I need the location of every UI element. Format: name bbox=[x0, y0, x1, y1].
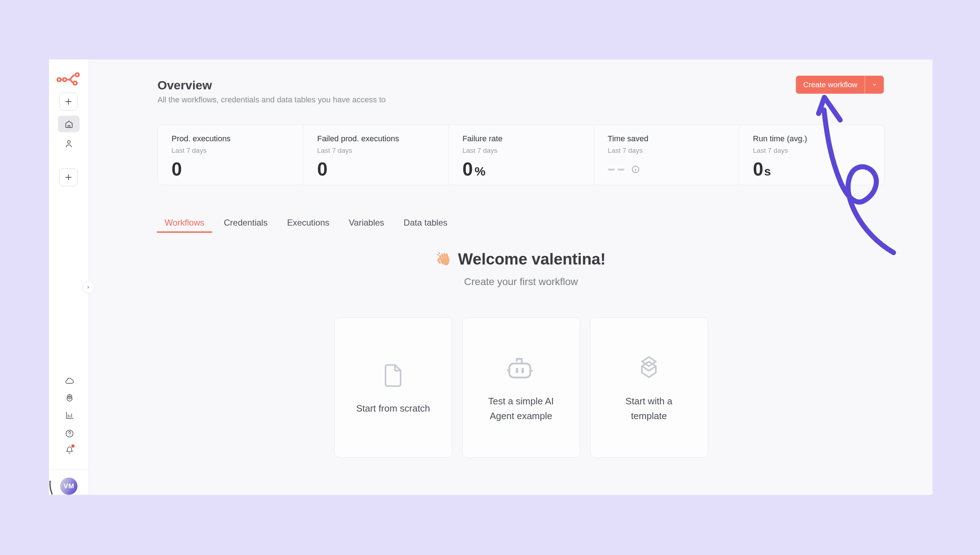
plus-icon bbox=[64, 97, 73, 106]
ai-agent-example-card[interactable]: Test a simple AI Agent example bbox=[462, 318, 580, 458]
sidebar-item-notifications[interactable] bbox=[64, 445, 75, 455]
stat-label: Failed prod. executions bbox=[317, 134, 448, 143]
start-with-template-card[interactable]: Start with a template bbox=[590, 318, 708, 458]
stat-run-time-avg: Run time (avg.) Last 7 days 0 s bbox=[739, 125, 884, 185]
sidebar-item-personal[interactable] bbox=[64, 139, 74, 149]
stat-number: 0 bbox=[753, 158, 764, 180]
app-window: VM Overview All the workflows, credentia… bbox=[49, 59, 932, 495]
robot-icon bbox=[506, 352, 536, 385]
stat-label: Failure rate bbox=[462, 134, 593, 143]
chevron-down-icon bbox=[871, 82, 878, 88]
create-workflow-split-button: Create workflow bbox=[796, 76, 884, 94]
stat-failure-rate: Failure rate Last 7 days 0 % bbox=[448, 125, 593, 185]
cloud-icon bbox=[64, 376, 75, 386]
bar-chart-icon bbox=[64, 411, 75, 420]
dash bbox=[618, 168, 625, 170]
stat-period: Last 7 days bbox=[462, 147, 593, 155]
chevron-right-icon bbox=[85, 284, 91, 290]
card-label: Test a simple AI Agent example bbox=[479, 394, 563, 423]
stat-period: Last 7 days bbox=[608, 147, 739, 155]
avatar-initials: VM bbox=[63, 482, 74, 490]
new-workflow-button[interactable] bbox=[59, 93, 77, 111]
home-icon bbox=[64, 119, 74, 129]
avatar[interactable]: VM bbox=[60, 478, 77, 495]
welcome-heading: Welcome valentina! bbox=[157, 250, 884, 268]
stat-failed-prod-executions: Failed prod. executions Last 7 days 0 bbox=[303, 125, 448, 185]
create-workflow-button[interactable]: Create workflow bbox=[796, 76, 865, 94]
sidebar-collapse-button[interactable] bbox=[82, 281, 94, 294]
open-box-icon bbox=[634, 352, 663, 385]
stat-prod-executions: Prod. executions Last 7 days 0 bbox=[158, 125, 303, 185]
create-workflow-dropdown-button[interactable] bbox=[865, 76, 884, 94]
page-subtitle: All the workflows, credentials and data … bbox=[157, 95, 386, 105]
stat-value: 0 s bbox=[753, 158, 884, 180]
sidebar-item-cloud[interactable] bbox=[64, 376, 75, 386]
add-project-button[interactable] bbox=[59, 168, 77, 186]
stat-unit: s bbox=[764, 164, 771, 178]
open-box-icon bbox=[64, 393, 75, 403]
card-label: Start with a template bbox=[607, 394, 691, 423]
stat-period: Last 7 days bbox=[171, 147, 303, 155]
sidebar-item-templates[interactable] bbox=[64, 393, 75, 403]
start-from-scratch-card[interactable]: Start from scratch bbox=[335, 318, 452, 458]
welcome-text: Welcome valentina! bbox=[458, 250, 606, 268]
start-options-row: Start from scratch Test a simple AI Agen… bbox=[157, 318, 884, 458]
tab-variables[interactable]: Variables bbox=[341, 217, 392, 233]
sidebar: VM bbox=[49, 59, 89, 495]
sidebar-item-insights[interactable] bbox=[64, 411, 75, 420]
resource-tabs: Workflows Credentials Executions Variabl… bbox=[157, 217, 455, 233]
stat-period: Last 7 days bbox=[753, 147, 884, 155]
welcome-subheading: Create your first workflow bbox=[157, 276, 884, 288]
stat-label: Run time (avg.) bbox=[753, 134, 884, 143]
stat-period: Last 7 days bbox=[317, 147, 448, 155]
stat-value: 0 % bbox=[462, 158, 593, 180]
plus-icon bbox=[64, 173, 73, 182]
sidebar-item-overview[interactable] bbox=[58, 115, 80, 132]
sidebar-divider bbox=[49, 470, 89, 470]
info-icon[interactable] bbox=[631, 165, 640, 174]
tab-workflows[interactable]: Workflows bbox=[157, 217, 212, 233]
tab-data-tables[interactable]: Data tables bbox=[396, 217, 455, 233]
tab-credentials[interactable]: Credentials bbox=[216, 217, 275, 233]
stat-label: Prod. executions bbox=[171, 134, 303, 143]
stat-number: 0 bbox=[462, 158, 473, 180]
empty-value-dashes bbox=[608, 165, 739, 174]
stats-summary-row: Prod. executions Last 7 days 0 Failed pr… bbox=[157, 125, 884, 185]
stat-value: 0 bbox=[171, 158, 303, 180]
sidebar-item-help[interactable] bbox=[64, 428, 75, 439]
stat-time-saved: Time saved Last 7 days bbox=[594, 125, 739, 185]
help-icon bbox=[64, 428, 75, 439]
waving-hand-emoji bbox=[436, 251, 452, 267]
tab-executions[interactable]: Executions bbox=[279, 217, 337, 233]
notification-badge bbox=[71, 444, 75, 448]
stat-label: Time saved bbox=[608, 134, 739, 143]
stat-unit: % bbox=[474, 164, 485, 178]
user-icon bbox=[64, 139, 74, 149]
card-label: Start from scratch bbox=[356, 401, 430, 416]
file-icon bbox=[379, 359, 407, 392]
n8n-logo-icon bbox=[56, 72, 81, 86]
dash bbox=[608, 168, 615, 170]
page-title: Overview bbox=[157, 78, 212, 92]
stat-value: 0 bbox=[317, 158, 448, 180]
